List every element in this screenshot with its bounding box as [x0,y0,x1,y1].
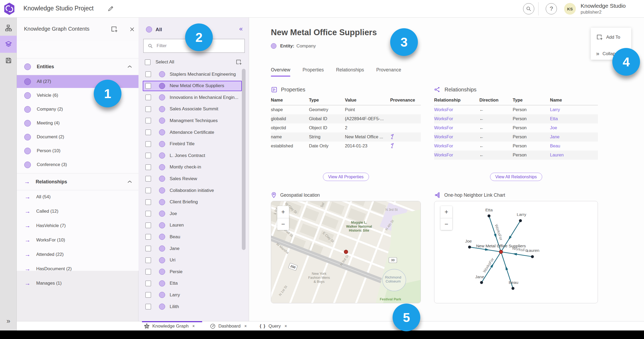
list-item[interactable]: Staplers Mechanical Engineering [143,69,242,79]
related-entity-name-link[interactable]: Joe [550,125,557,130]
relationship-type-row[interactable]: →Attended (22) [17,248,138,261]
related-entity-name[interactable]: Beau [550,142,598,151]
list-item[interactable]: Etta [143,278,242,289]
entity-type-row[interactable]: Person (10) [17,144,138,157]
list-item[interactable]: Innovations in Mechanical Engin... [143,92,242,103]
relationship-name-link[interactable]: WorksFor [434,134,453,139]
item-checkbox[interactable] [145,118,151,123]
close-tab-icon[interactable]: × [192,324,195,329]
item-checkbox[interactable] [145,211,151,216]
chevron-up-icon[interactable] [128,65,132,68]
list-item[interactable]: Managment Techniques [143,115,242,126]
list-item[interactable]: Larry [143,290,242,300]
list-item[interactable]: Uri [143,255,242,265]
list-item[interactable]: Montly check-in [143,162,242,172]
collapse-panel-icon[interactable]: « [239,25,243,33]
close-panel-icon[interactable] [129,26,136,33]
zoom-in-button[interactable]: + [441,206,452,218]
entity-type-row[interactable]: Document (2) [17,131,138,143]
relationship-name-link[interactable]: WorksFor [434,152,453,157]
view-all-relationships-button[interactable]: View All Relationships [490,173,542,181]
relationship-name[interactable]: WorksFor [434,105,479,114]
item-checkbox[interactable] [145,83,151,89]
list-item[interactable]: Collaboration initiative [143,185,242,196]
rail-item-layers-icon[interactable] [0,36,17,53]
person-node[interactable] [512,287,515,290]
help-button[interactable]: ? [546,3,557,14]
relationship-type-row[interactable]: →Called (12) [17,205,138,218]
add-to-map-icon[interactable] [235,59,242,66]
expand-rail-icon[interactable]: » [0,316,17,326]
list-item[interactable]: Sales Associate Summit [143,104,242,114]
relationship-name[interactable]: WorksFor [434,151,479,160]
search-button[interactable] [523,3,534,14]
map-canvas[interactable]: k RdW Clay StSalN 3rd StN 4th StMaggie L… [271,201,421,303]
relationship-name[interactable]: WorksFor [434,142,479,151]
item-checkbox[interactable] [145,141,151,147]
related-entity-name-link[interactable]: Beau [550,143,560,148]
person-node[interactable] [519,219,522,222]
list-item[interactable]: Joe [143,208,242,219]
item-checkbox[interactable] [145,188,151,193]
item-checkbox[interactable] [145,153,151,158]
relationships-section-header[interactable]: → Relationships [17,173,138,190]
entity-type-row[interactable]: Meeting (4) [17,117,138,130]
person-node[interactable] [468,246,471,249]
item-checkbox[interactable] [145,176,151,181]
item-checkbox[interactable] [145,130,151,135]
rail-item-save-icon[interactable] [0,52,17,69]
bottom-tab-query[interactable]: { }Query× [260,321,287,331]
relationship-type-row[interactable]: →HasDocument (2) [17,262,138,276]
item-checkbox[interactable] [145,71,151,77]
relationship-type-row[interactable]: →WorksFor (10) [17,233,138,247]
related-entity-name-link[interactable]: Larry [550,107,560,112]
relationship-name-link[interactable]: WorksFor [434,107,453,112]
map-point-marker[interactable] [344,250,348,254]
relationship-name[interactable]: WorksFor [434,132,479,142]
chevron-up-icon[interactable] [128,180,132,183]
list-item[interactable]: Attendance Certificate [143,127,242,138]
entity-type-row[interactable]: All (27) [17,75,138,88]
list-item[interactable]: L. Jones Contract [143,150,242,161]
list-item[interactable]: Client Briefing [143,197,242,207]
relationship-type-row[interactable]: →All (54) [17,190,138,204]
zoom-in-button[interactable]: + [277,206,289,218]
center-company-node[interactable] [499,250,503,254]
list-item[interactable]: Sales Review [143,173,242,184]
item-checkbox[interactable] [145,269,151,275]
item-checkbox[interactable] [145,223,151,228]
entity-type-row[interactable]: Company (2) [17,103,138,116]
relationship-name[interactable]: WorksFor [434,114,479,123]
close-tab-icon[interactable]: × [284,324,287,329]
relationship-name-link[interactable]: WorksFor [434,116,453,121]
property-provenance[interactable] [390,142,421,151]
add-to-map-icon[interactable] [111,26,118,33]
relationship-type-row[interactable]: →Manages (1) [17,277,138,290]
relationship-name[interactable]: WorksFor [434,123,479,132]
list-item[interactable]: Persie [143,267,242,277]
item-checkbox[interactable] [145,257,151,263]
item-checkbox[interactable] [145,246,151,251]
item-checkbox[interactable] [145,95,151,100]
item-checkbox[interactable] [145,304,151,309]
item-checkbox[interactable] [145,164,151,170]
related-entity-name[interactable]: Jane [550,132,598,142]
edit-title-icon[interactable] [107,5,115,13]
list-item[interactable]: Firebird Title [143,139,242,149]
view-all-properties-button[interactable]: View All Properties [323,173,369,181]
entities-section-header[interactable]: Entities [17,58,138,75]
list-item[interactable]: Jane [143,243,242,254]
related-entity-name[interactable]: Joe [550,123,598,132]
related-entity-name-link[interactable]: Etta [550,116,558,121]
entity-type-row[interactable]: Conference (3) [17,158,138,171]
related-entity-name-link[interactable]: Jane [550,134,560,139]
bottom-tab-dashboard[interactable]: Dashboard× [210,321,247,331]
close-tab-icon[interactable]: × [244,324,247,329]
rail-item-data-model-icon[interactable] [0,19,17,37]
list-scrollbar-thumb[interactable] [242,69,246,250]
provenance-flag-icon[interactable] [390,143,395,148]
property-provenance[interactable] [390,132,421,142]
list-item[interactable]: New Metal Office Suppliers [143,81,242,91]
related-entity-name-link[interactable]: Lauren [550,152,564,157]
list-item[interactable]: Beau [143,232,242,242]
